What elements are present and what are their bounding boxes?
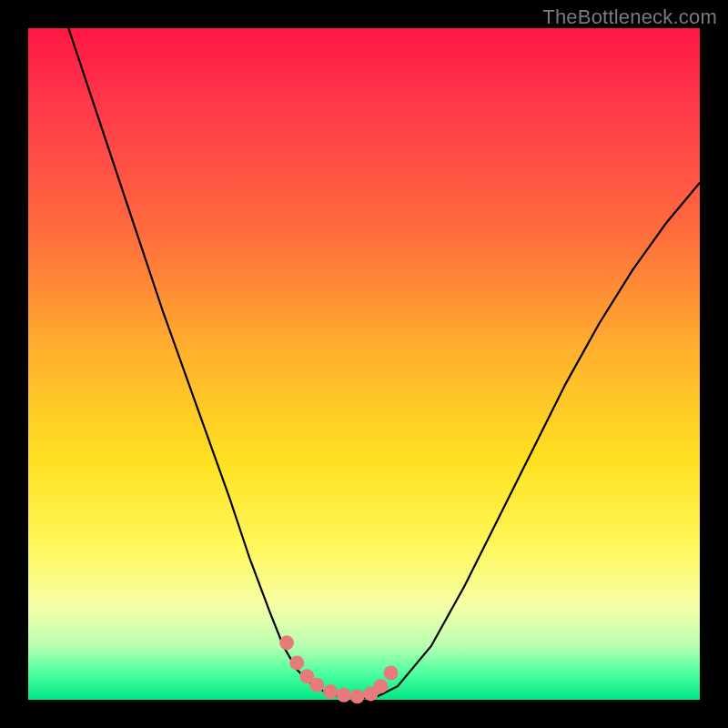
marker-dot (309, 678, 324, 693)
chart-frame: TheBottleneck.com (0, 0, 728, 728)
bottleneck-curve (68, 28, 700, 699)
plot-area (28, 28, 700, 700)
marker-dots (279, 635, 398, 703)
chart-svg (28, 28, 700, 700)
marker-dot (350, 689, 365, 703)
marker-dot (337, 688, 351, 703)
curve-line (68, 28, 700, 699)
marker-dot (373, 679, 388, 693)
marker-dot (323, 684, 338, 699)
watermark-text: TheBottleneck.com (542, 5, 717, 29)
marker-dot (384, 666, 399, 681)
marker-dot (289, 655, 304, 670)
marker-dot (279, 635, 294, 650)
